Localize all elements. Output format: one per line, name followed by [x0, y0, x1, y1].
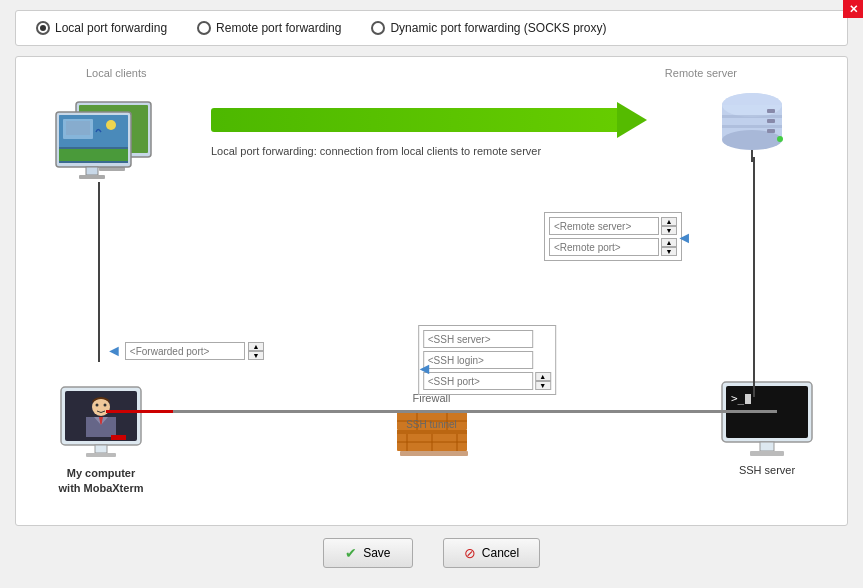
svg-point-32 [777, 136, 783, 142]
svg-rect-22 [111, 435, 126, 440]
remote-server-inputs: ▲ ▼ ▲ ▼ [544, 212, 682, 261]
svg-rect-12 [86, 167, 98, 175]
cancel-button[interactable]: ⊘ Cancel [443, 538, 540, 568]
radio-dynamic[interactable]: Dynamic port forwarding (SOCKS proxy) [371, 21, 606, 35]
svg-rect-13 [79, 175, 105, 179]
blue-arrow-remote: ◄ [676, 229, 692, 247]
svg-rect-28 [722, 125, 782, 128]
arrow-body [211, 108, 617, 132]
cancel-icon: ⊘ [464, 545, 476, 561]
my-computer: My computerwith MobaXterm [46, 385, 156, 495]
forwarded-port-group: ◄ ▲ ▼ [106, 342, 264, 360]
svg-rect-21 [86, 453, 116, 457]
my-computer-label: My computerwith MobaXterm [46, 466, 156, 495]
close-icon: ✕ [849, 3, 858, 16]
blue-arrow-forwarded: ◄ [106, 342, 122, 360]
ssh-port-input[interactable] [423, 372, 533, 390]
ssh-server-input[interactable] [423, 330, 533, 348]
ssh-login-input-row [423, 351, 551, 369]
ssh-port-spinner[interactable]: ▲ ▼ [535, 372, 551, 390]
radio-remote-circle [197, 21, 211, 35]
ssh-server-label: SSH server [717, 464, 817, 476]
spin-up-3[interactable]: ▲ [535, 372, 551, 381]
spin-down[interactable]: ▼ [661, 226, 677, 235]
spin-down-4[interactable]: ▼ [248, 351, 264, 360]
forwarded-port-spinner[interactable]: ▲ ▼ [248, 342, 264, 360]
spin-down-3[interactable]: ▼ [535, 381, 551, 390]
spin-up[interactable]: ▲ [661, 217, 677, 226]
radio-remote[interactable]: Remote port forwarding [197, 21, 341, 35]
remote-server-icon [712, 87, 792, 162]
spin-up-4[interactable]: ▲ [248, 342, 264, 351]
ssh-port-input-row: ▲ ▼ [423, 372, 551, 390]
remote-server-label: Remote server [665, 67, 737, 79]
svg-point-26 [722, 93, 782, 117]
diagram-area: Local clients Remote server Local port f… [15, 56, 848, 526]
local-clients-monitors [51, 97, 161, 192]
button-row: ✔ Save ⊘ Cancel [15, 526, 848, 573]
ssh-server-monitor: >_ SSH server [717, 380, 817, 470]
blue-arrow-ssh: ◄ [417, 360, 433, 378]
ssh-login-input[interactable] [423, 351, 533, 369]
ssh-monitor-icon: >_ [717, 380, 817, 460]
remote-port-input[interactable] [549, 238, 659, 256]
svg-rect-29 [767, 109, 775, 113]
save-label: Save [363, 546, 390, 560]
cancel-label: Cancel [482, 546, 519, 560]
svg-rect-20 [95, 445, 107, 453]
radio-local-circle [36, 21, 50, 35]
radio-row: Local port forwarding Remote port forwar… [15, 10, 848, 46]
remote-server-input[interactable] [549, 217, 659, 235]
remote-port-spinner[interactable]: ▲ ▼ [661, 238, 677, 256]
close-button[interactable]: ✕ [843, 0, 863, 18]
arrow-head [617, 102, 647, 138]
remote-port-input-row: ▲ ▼ [549, 238, 677, 256]
description-text: Local port forwarding: connection from l… [211, 145, 541, 157]
local-clients-icon [51, 97, 161, 187]
spin-down-2[interactable]: ▼ [661, 247, 677, 256]
firewall: Firewall [392, 392, 472, 475]
ssh-server-input-row [423, 330, 551, 348]
svg-point-18 [96, 404, 99, 407]
firewall-icon [392, 407, 472, 472]
radio-local-label: Local port forwarding [55, 21, 167, 35]
ssh-tunnel-label: SSH tunnel [406, 419, 457, 430]
svg-rect-39 [750, 451, 784, 456]
ssh-inputs: ▲ ▼ [418, 325, 556, 395]
save-icon: ✔ [345, 545, 357, 561]
remote-server-spinner[interactable]: ▲ ▼ [661, 217, 677, 235]
radio-local[interactable]: Local port forwarding [36, 21, 167, 35]
main-container: ✕ Local port forwarding Remote port forw… [0, 0, 863, 588]
spin-up-2[interactable]: ▲ [661, 238, 677, 247]
svg-point-19 [104, 404, 107, 407]
radio-dynamic-circle [371, 21, 385, 35]
remote-server [712, 87, 792, 167]
svg-text:>_: >_ [731, 392, 745, 405]
radio-dynamic-label: Dynamic port forwarding (SOCKS proxy) [390, 21, 606, 35]
svg-rect-30 [767, 119, 775, 123]
save-button[interactable]: ✔ Save [323, 538, 413, 568]
green-arrow [211, 102, 647, 137]
local-clients-label: Local clients [86, 67, 147, 79]
svg-rect-27 [722, 115, 782, 118]
ssh-tunnel-line [106, 410, 777, 413]
svg-point-11 [106, 120, 116, 130]
svg-rect-10 [59, 149, 128, 161]
svg-rect-9 [66, 121, 90, 135]
svg-rect-37 [745, 394, 751, 404]
svg-rect-31 [767, 129, 775, 133]
svg-rect-38 [760, 442, 774, 451]
vertical-line-left [98, 182, 100, 362]
my-computer-icon [56, 385, 146, 460]
remote-server-input-row: ▲ ▼ [549, 217, 677, 235]
radio-remote-label: Remote port forwarding [216, 21, 341, 35]
forwarded-port-input[interactable] [125, 342, 245, 360]
svg-rect-51 [400, 451, 468, 456]
vertical-line-right [753, 157, 755, 397]
svg-rect-50 [397, 430, 467, 434]
